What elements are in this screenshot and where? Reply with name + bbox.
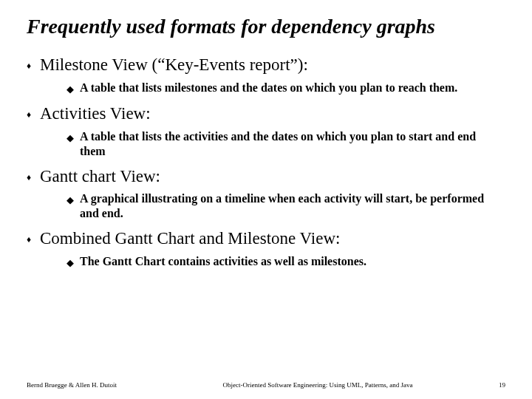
- sub-bullet-icon: ◆: [66, 81, 80, 96]
- diamond-bullet-icon: ♦: [27, 55, 40, 75]
- item-description: A table that lists milestones and the da…: [80, 81, 457, 95]
- sub-bullet-icon: ◆: [66, 254, 80, 270]
- item-label: Milestone View (“Key-Events report”):: [40, 55, 308, 76]
- sub-bullet-icon: ◆: [66, 129, 80, 145]
- item-description: The Gantt Chart contains activities as w…: [80, 254, 366, 269]
- slide: Frequently used formats for dependency g…: [0, 0, 532, 399]
- list-item: ♦ Activities View: ◆ A table that lists …: [27, 103, 505, 159]
- item-label: Activities View:: [40, 103, 151, 125]
- list-item: ♦ Gantt chart View: ◆ A graphical illust…: [27, 166, 505, 222]
- diamond-bullet-icon: ♦: [27, 228, 40, 249]
- footer: Bernd Bruegge & Allen H. Dutoit Object-O…: [0, 381, 532, 389]
- item-description: A graphical illustrating on a timeline w…: [80, 191, 494, 221]
- slide-title: Frequently used formats for dependency g…: [27, 15, 505, 38]
- diamond-bullet-icon: ♦: [27, 103, 40, 124]
- footer-authors: Bernd Bruegge & Allen H. Dutoit: [27, 381, 160, 389]
- sub-bullet-icon: ◆: [66, 191, 80, 207]
- page-number: 19: [476, 381, 505, 389]
- item-label: Combined Gantt Chart and Milestone View:: [40, 228, 340, 250]
- footer-book-title: Object-Oriented Software Engineering: Us…: [160, 381, 476, 389]
- diamond-bullet-icon: ♦: [27, 166, 40, 187]
- list-item: ♦ Combined Gantt Chart and Milestone Vie…: [27, 228, 505, 270]
- item-description: A table that lists the activities and th…: [80, 129, 494, 159]
- list-item: ♦ Milestone View (“Key-Events report”): …: [27, 55, 505, 96]
- item-label: Gantt chart View:: [40, 166, 160, 188]
